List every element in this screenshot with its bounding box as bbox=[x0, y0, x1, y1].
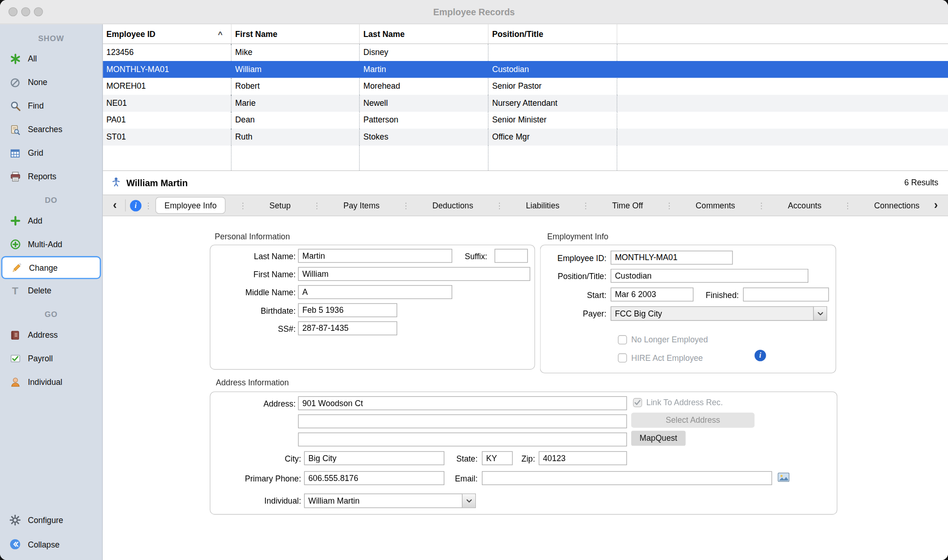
sidebar-item-label: Add bbox=[28, 216, 42, 225]
info-circle-icon[interactable]: i bbox=[130, 200, 142, 211]
table-cell: Martin bbox=[360, 61, 488, 78]
ssn-label: SS#: bbox=[210, 322, 296, 336]
employee-row-moreh01[interactable]: MOREH01RobertMoreheadSenior Pastor bbox=[103, 78, 948, 95]
sidebar-item-add[interactable]: Add bbox=[0, 209, 102, 232]
table-cell bbox=[617, 128, 948, 146]
sidebar-item-individual[interactable]: Individual bbox=[0, 370, 102, 394]
sidebar-item-address[interactable]: Address bbox=[0, 323, 102, 347]
link-to-address-checkbox[interactable] bbox=[633, 398, 642, 408]
employee-row-pa01[interactable]: PA01DeanPattersonSenior Minister bbox=[103, 112, 948, 129]
mapquest-button[interactable]: MapQuest bbox=[631, 431, 686, 446]
column-header-last-name[interactable]: Last Name bbox=[360, 24, 488, 43]
sidebar-item-multi-add[interactable]: Multi-Add bbox=[0, 232, 102, 256]
table-cell: Senior Pastor bbox=[488, 78, 617, 95]
table-cell: Morehead bbox=[360, 78, 488, 95]
column-header-employee-id[interactable]: Employee ID^ bbox=[103, 24, 231, 43]
sidebar-item-configure[interactable]: Configure bbox=[0, 508, 102, 532]
add-plus-icon bbox=[8, 215, 22, 226]
tab-pay-items[interactable]: Pay Items bbox=[334, 197, 389, 214]
sidebar-item-reports[interactable]: Reports bbox=[0, 165, 102, 189]
column-header-position-title[interactable]: Position/Title bbox=[488, 24, 617, 43]
address-book-icon bbox=[8, 329, 22, 341]
searches-document-icon bbox=[8, 124, 22, 135]
city-input[interactable] bbox=[304, 451, 444, 465]
ssn-input[interactable] bbox=[298, 322, 397, 335]
table-cell bbox=[617, 78, 948, 95]
tab-accounts[interactable]: Accounts bbox=[779, 197, 831, 214]
primary-phone-label: Primary Phone: bbox=[210, 472, 301, 486]
tab-liabilities[interactable]: Liabilities bbox=[517, 197, 569, 214]
sidebar-item-payroll[interactable]: Payroll bbox=[0, 347, 102, 370]
middle-name-input[interactable] bbox=[298, 285, 452, 299]
sidebar-item-grid[interactable]: Grid bbox=[0, 141, 102, 165]
hire-act-info-icon[interactable]: i bbox=[755, 350, 766, 361]
email-image-icon[interactable] bbox=[777, 472, 789, 484]
sidebar-item-collapse[interactable]: Collapse bbox=[0, 532, 102, 556]
payer-dropdown-button[interactable] bbox=[813, 307, 826, 320]
employee-row-123456[interactable]: 123456MikeDisney bbox=[103, 44, 948, 61]
tab-deductions[interactable]: Deductions bbox=[423, 197, 482, 214]
individual-dropdown-button[interactable] bbox=[462, 494, 475, 507]
tabs-scroll-right-button chevron-right-icon[interactable]: › bbox=[929, 196, 943, 215]
sidebar-item-label: Multi-Add bbox=[28, 240, 62, 249]
column-header-spacer bbox=[617, 24, 948, 43]
sidebar-item-searches[interactable]: Searches bbox=[0, 118, 102, 141]
first-name-input[interactable] bbox=[298, 267, 530, 281]
tab-setup[interactable]: Setup bbox=[260, 197, 300, 214]
tab-comments[interactable]: Comments bbox=[687, 197, 745, 214]
finished-date-label: Finished: bbox=[694, 288, 739, 302]
column-header-first-name[interactable]: First Name bbox=[232, 24, 360, 43]
tab-connections[interactable]: Connections bbox=[865, 197, 929, 214]
sidebar-item-none[interactable]: None bbox=[0, 71, 102, 94]
suffix-input[interactable] bbox=[494, 249, 528, 263]
middle-name-label: Middle Name: bbox=[210, 286, 296, 299]
primary-phone-input[interactable] bbox=[304, 471, 444, 485]
employee-row-ne01[interactable]: NE01MarieNewellNursery Attendant bbox=[103, 95, 948, 112]
zip-label: Zip: bbox=[511, 452, 535, 466]
hire-act-checkbox[interactable] bbox=[618, 353, 627, 363]
sidebar-item-find[interactable]: Find bbox=[0, 94, 102, 118]
sidebar-item-delete[interactable]: TDelete bbox=[0, 279, 102, 303]
table-cell: Dean bbox=[232, 112, 360, 129]
individual-select[interactable]: William Martin bbox=[304, 493, 476, 508]
employee-row-monthly-ma01[interactable]: MONTHLY-MA01WilliamMartinCustodian bbox=[103, 61, 948, 78]
column-header-label: Employee ID bbox=[106, 29, 155, 38]
employee-id-input[interactable] bbox=[610, 251, 733, 265]
empty-rows-area bbox=[103, 146, 948, 170]
zip-input[interactable] bbox=[539, 451, 627, 465]
table-cell: Robert bbox=[232, 78, 360, 95]
tab-bar: ‹ i ⋮ Employee Info⋮Setup⋮Pay Items⋮Dedu… bbox=[103, 195, 948, 216]
sidebar-item-label: Grid bbox=[28, 149, 43, 158]
sidebar-item-label: Delete bbox=[28, 286, 51, 296]
record-bar: William Martin 6 Results bbox=[103, 171, 948, 195]
address-label: Address: bbox=[210, 397, 296, 411]
chevron-down-icon bbox=[466, 499, 472, 503]
address-line3-input[interactable] bbox=[298, 432, 627, 446]
sidebar-item-change[interactable]: Change bbox=[1, 256, 101, 279]
state-input[interactable] bbox=[482, 451, 513, 465]
payer-select[interactable]: FCC Big City bbox=[610, 306, 827, 321]
tab-time-off[interactable]: Time Off bbox=[603, 197, 652, 214]
individual-label: Individual: bbox=[210, 494, 301, 508]
employee-row-st01[interactable]: ST01RuthStokesOffice Mgr bbox=[103, 128, 948, 146]
sidebar-item-label: None bbox=[28, 78, 47, 87]
tabs-scroll-left-button chevron-left-icon[interactable]: ‹ bbox=[108, 196, 122, 215]
sidebar-item-label: Reports bbox=[28, 172, 56, 182]
tab-employee-info[interactable]: Employee Info bbox=[155, 197, 226, 214]
screen: Employee Records SHOWAllNoneFindSearches… bbox=[0, 0, 948, 560]
start-date-input[interactable] bbox=[610, 287, 693, 301]
birthdate-input[interactable] bbox=[298, 303, 397, 317]
email-input[interactable] bbox=[482, 471, 772, 485]
finished-date-input[interactable] bbox=[743, 287, 829, 301]
no-longer-employed-checkbox[interactable] bbox=[618, 335, 627, 345]
table-cell bbox=[488, 44, 617, 61]
select-address-button[interactable]: Select Address bbox=[631, 413, 755, 428]
address-line2-input[interactable] bbox=[298, 414, 627, 428]
position-title-input[interactable] bbox=[610, 269, 808, 283]
address-line1-input[interactable] bbox=[298, 396, 627, 410]
table-cell bbox=[360, 146, 488, 170]
table-cell: Mike bbox=[232, 44, 360, 61]
window-title: Employee Records bbox=[0, 0, 948, 24]
state-label: State: bbox=[451, 452, 478, 466]
sidebar-item-all[interactable]: All bbox=[0, 47, 102, 71]
